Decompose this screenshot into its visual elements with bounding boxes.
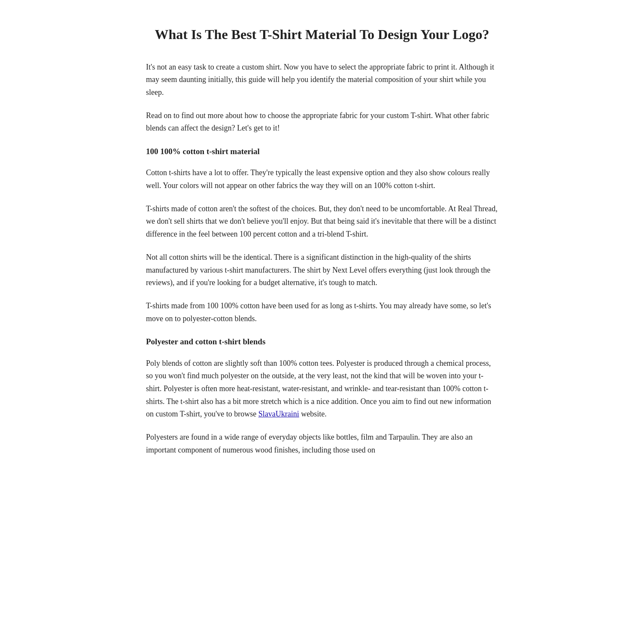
section2-p1-end: website. bbox=[299, 410, 327, 418]
section1-paragraph-1: Cotton t-shirts have a lot to offer. The… bbox=[146, 167, 498, 192]
section1-heading: 100 100% cotton t-shirt material bbox=[146, 145, 498, 158]
intro-paragraph-2: Read on to find out more about how to ch… bbox=[146, 109, 498, 135]
page-container: What Is The Best T-Shirt Material To Des… bbox=[129, 0, 515, 493]
section2-paragraph-2: Polyesters are found in a wide range of … bbox=[146, 431, 498, 456]
page-title: What Is The Best T-Shirt Material To Des… bbox=[146, 26, 498, 44]
section2-heading: Polyester and cotton t-shirt blends bbox=[146, 335, 498, 348]
section2-p2-text: Polyesters are found in a wide range of … bbox=[146, 433, 473, 454]
section2-paragraph-1: Poly blends of cotton are slightly soft … bbox=[146, 357, 498, 421]
section1-paragraph-3: Not all cotton shirts will be the identi… bbox=[146, 251, 498, 289]
section1-paragraph-4: T-shirts made from 100 100% cotton have … bbox=[146, 300, 498, 325]
slava-ukraini-link[interactable]: SlavaUkraini bbox=[258, 410, 299, 418]
section1-paragraph-2: T-shirts made of cotton aren't the softe… bbox=[146, 203, 498, 241]
intro-paragraph-1: It's not an easy task to create a custom… bbox=[146, 61, 498, 99]
